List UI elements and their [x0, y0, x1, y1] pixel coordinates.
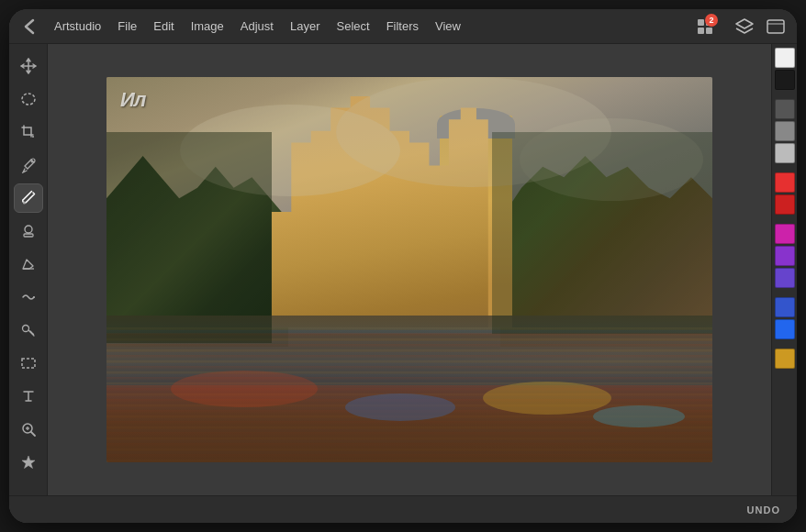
- eyedropper-tool[interactable]: [14, 150, 43, 180]
- svg-point-6: [23, 202, 26, 205]
- canvas-area[interactable]: Ил: [48, 44, 771, 495]
- window-button[interactable]: [764, 15, 788, 39]
- key-tool[interactable]: [14, 316, 43, 345]
- back-button[interactable]: [18, 16, 40, 38]
- text-tool[interactable]: [14, 382, 43, 411]
- right-color-palette: [771, 44, 797, 495]
- menu-filters[interactable]: Filters: [380, 17, 425, 36]
- svg-point-7: [25, 226, 32, 233]
- notification-badge: 2: [705, 14, 718, 27]
- menu-adjust[interactable]: Adjust: [234, 17, 280, 36]
- painting-foreground: [106, 385, 712, 462]
- menu-select[interactable]: Select: [330, 17, 375, 36]
- color-white[interactable]: [775, 48, 795, 68]
- menu-view[interactable]: View: [429, 17, 467, 36]
- color-dark-red[interactable]: [775, 194, 795, 215]
- left-toolbar: [9, 44, 48, 495]
- menu-bar: Artstudio File Edit Image Adjust Layer S…: [9, 9, 797, 44]
- menu-edit[interactable]: Edit: [147, 17, 180, 36]
- ellipse-select-tool[interactable]: [14, 84, 43, 114]
- color-gray-light[interactable]: [775, 143, 795, 163]
- eraser-tool[interactable]: [14, 249, 43, 279]
- smudge-tool[interactable]: [14, 283, 43, 312]
- menu-right-icons: [733, 15, 788, 39]
- tablet-frame: Artstudio File Edit Image Adjust Layer S…: [9, 9, 797, 523]
- apps-button[interactable]: 2: [692, 14, 718, 39]
- svg-rect-0: [767, 20, 784, 33]
- svg-line-15: [31, 432, 35, 436]
- bottom-bar: UNDO: [9, 495, 797, 523]
- color-purple[interactable]: [775, 246, 795, 266]
- svg-point-3: [32, 136, 34, 138]
- zoom-tool[interactable]: [14, 415, 43, 444]
- svg-rect-13: [22, 359, 35, 368]
- crop-tool[interactable]: [14, 117, 43, 147]
- color-red[interactable]: [775, 172, 795, 193]
- main-area: Ил: [9, 44, 797, 495]
- color-blue-bright[interactable]: [775, 319, 795, 339]
- color-magenta[interactable]: [775, 224, 795, 244]
- svg-point-12: [22, 326, 28, 332]
- move-tool[interactable]: [14, 51, 43, 81]
- color-blue[interactable]: [775, 297, 795, 317]
- svg-marker-18: [22, 456, 35, 469]
- canvas-image: Ил: [106, 77, 712, 462]
- stamp-tool[interactable]: [14, 216, 43, 246]
- menu-layer[interactable]: Layer: [284, 17, 327, 36]
- brush-tool[interactable]: [14, 183, 43, 213]
- undo-button[interactable]: UNDO: [740, 502, 788, 518]
- menu-artstudio[interactable]: Artstudio: [48, 17, 107, 36]
- canvas-watermark: Ил: [120, 88, 146, 112]
- color-violet[interactable]: [775, 268, 795, 288]
- color-gold[interactable]: [775, 349, 795, 369]
- layers-button[interactable]: [733, 15, 756, 39]
- svg-point-11: [33, 296, 35, 298]
- menu-image[interactable]: Image: [185, 17, 230, 36]
- svg-point-4: [23, 127, 25, 128]
- svg-rect-8: [24, 234, 33, 237]
- star-tool[interactable]: [14, 448, 43, 477]
- svg-point-2: [22, 94, 35, 105]
- color-black[interactable]: [775, 70, 795, 90]
- color-gray-medium[interactable]: [775, 121, 795, 141]
- rect-select-tool[interactable]: [14, 349, 43, 378]
- menu-file[interactable]: File: [111, 17, 143, 36]
- color-gray-dark[interactable]: [775, 99, 795, 119]
- canvas-wrapper: Ил: [106, 77, 712, 462]
